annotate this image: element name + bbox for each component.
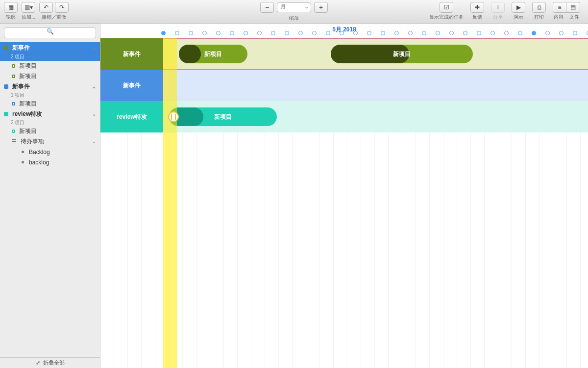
chevron-down-icon[interactable]: ⌄ xyxy=(92,139,96,144)
row3-label[interactable]: review特攻 xyxy=(100,101,163,132)
zoom-in-button[interactable]: + xyxy=(314,2,328,13)
group3-header[interactable]: review特攻 ⌄ xyxy=(0,109,100,119)
square-icon xyxy=(4,84,8,89)
tick[interactable] xyxy=(175,31,179,35)
tick[interactable] xyxy=(367,31,371,35)
row2-label[interactable]: 新事件 xyxy=(100,70,163,101)
tick[interactable] xyxy=(216,31,220,35)
view-file-button[interactable]: ▤ xyxy=(566,2,580,13)
item-label: 新项目 xyxy=(19,62,37,70)
bar-g2[interactable]: 新项目 xyxy=(331,45,473,63)
tick[interactable] xyxy=(477,31,481,35)
square-icon xyxy=(12,102,15,105)
zoom-group: − 月 + 缩放 xyxy=(260,2,328,13)
tick[interactable] xyxy=(312,31,317,35)
tick[interactable] xyxy=(189,31,193,35)
group1-item2[interactable]: 新项目 xyxy=(0,71,100,81)
tick[interactable] xyxy=(230,31,234,35)
show-completed-button[interactable]: ☑ xyxy=(440,2,453,13)
outline-group: ▦ 轮廓 xyxy=(4,2,18,21)
timeline-header: 5月 2018 xyxy=(100,24,588,38)
tick[interactable] xyxy=(408,31,413,35)
group3-backlog2[interactable]: backlog xyxy=(0,157,100,167)
bar-label: 新项目 xyxy=(169,113,277,121)
group3-backlog1[interactable]: Backlog xyxy=(0,147,100,157)
zoom-out-button[interactable]: − xyxy=(260,2,274,13)
redo-button[interactable]: ↷ xyxy=(55,2,69,13)
tick[interactable] xyxy=(298,31,303,35)
item-label: 新项目 xyxy=(19,127,37,135)
group2-title: 新事件 xyxy=(12,82,30,91)
timeline-body[interactable]: 新事件 新项目 新项目 新事件 review特攻 新项目 xyxy=(100,38,588,368)
item-label: backlog xyxy=(29,159,49,166)
feedback-button[interactable]: ✚ xyxy=(470,2,484,13)
bullet-icon xyxy=(22,151,24,153)
outline-button[interactable]: ▦ xyxy=(4,2,18,13)
tick[interactable] xyxy=(573,31,577,35)
chevron-down-icon[interactable]: ⌄ xyxy=(92,84,96,89)
today-marker xyxy=(163,38,177,368)
tick[interactable] xyxy=(271,31,275,35)
list-icon: ☰ xyxy=(12,138,17,145)
chevron-down-icon[interactable]: ⌄ xyxy=(92,45,96,51)
item-label: 新项目 xyxy=(19,100,37,108)
group1-title: 新事件 xyxy=(12,44,30,52)
bar-t1[interactable]: 新项目 xyxy=(169,107,277,126)
feedback-label: 反馈 xyxy=(472,14,482,21)
tick[interactable] xyxy=(340,31,344,35)
tick[interactable] xyxy=(381,31,385,35)
present-button[interactable]: ▶ xyxy=(512,2,525,13)
tick[interactable] xyxy=(244,31,248,35)
tick[interactable] xyxy=(490,31,495,35)
right-tools: ☑显示完成的任务 ✚反馈 ⇪分享 ▶演示 ⎙打印 ≡ ▤ 内容 文件 xyxy=(429,2,584,21)
zoom-select[interactable]: 月 xyxy=(277,2,311,12)
tick[interactable] xyxy=(285,31,289,35)
tick[interactable] xyxy=(422,31,426,35)
tick[interactable] xyxy=(518,31,522,35)
tick[interactable] xyxy=(326,31,330,35)
tick[interactable] xyxy=(559,31,564,35)
tick[interactable] xyxy=(353,31,358,35)
present-label: 演示 xyxy=(514,14,523,21)
print-button[interactable]: ⎙ xyxy=(532,2,546,13)
tick[interactable] xyxy=(532,31,536,35)
collapse-label: 折叠全部 xyxy=(43,359,65,367)
bar-label: 新项目 xyxy=(179,50,247,58)
tick[interactable] xyxy=(394,31,399,35)
group2-item1[interactable]: 新项目 xyxy=(0,99,100,109)
toolbar: ▦ 轮廓 ▥▾ 添加... ↶ ↷ 撤销／重做 − 月 + 缩放 ☑显示完成的任… xyxy=(0,0,588,24)
row1-label[interactable]: 新事件 xyxy=(100,38,163,70)
tick[interactable] xyxy=(545,31,550,35)
collapse-all-button[interactable]: ⤢ 折叠全部 xyxy=(0,357,100,368)
search-input[interactable]: 🔍 xyxy=(4,27,96,38)
square-icon xyxy=(12,75,15,78)
group1-item1[interactable]: 新项目 xyxy=(0,61,100,71)
view-labels: 内容 文件 xyxy=(554,14,579,21)
group2-header[interactable]: 新事件 ⌄ xyxy=(0,81,100,92)
group1-header[interactable]: 新事件 ⌄ xyxy=(0,42,100,53)
share-button[interactable]: ⇪ xyxy=(491,2,505,13)
undo-button[interactable]: ↶ xyxy=(39,2,53,13)
tree: 新事件 ⌄ 2 项目 新项目 新项目 新事件 ⌄ 1 项目 新项目 review… xyxy=(0,42,100,357)
drag-handle-icon[interactable] xyxy=(168,111,179,122)
tick[interactable] xyxy=(257,31,262,35)
tick[interactable] xyxy=(504,31,509,35)
group3-todo[interactable]: ☰待办事项⌄ xyxy=(0,136,100,147)
tick[interactable] xyxy=(449,31,454,35)
item-label: 待办事项 xyxy=(21,137,44,146)
tick[interactable] xyxy=(463,31,467,35)
view-content-button[interactable]: ≡ xyxy=(553,2,566,13)
bar-label: 新项目 xyxy=(331,50,473,58)
bullet-icon xyxy=(22,161,24,163)
show-completed-label: 显示完成的任务 xyxy=(429,14,464,21)
tick[interactable] xyxy=(436,31,440,35)
group3-item1[interactable]: 新项目 xyxy=(0,126,100,136)
collapse-icon: ⤢ xyxy=(36,360,40,366)
undo-label: 撤销／重做 xyxy=(42,14,66,21)
tick[interactable] xyxy=(202,31,207,35)
add-button[interactable]: ▥▾ xyxy=(22,2,35,13)
tick[interactable] xyxy=(161,31,166,35)
zoom-value: 月 xyxy=(280,3,286,9)
chevron-down-icon[interactable]: ⌄ xyxy=(92,111,96,117)
bar-g1[interactable]: 新项目 xyxy=(179,45,247,63)
